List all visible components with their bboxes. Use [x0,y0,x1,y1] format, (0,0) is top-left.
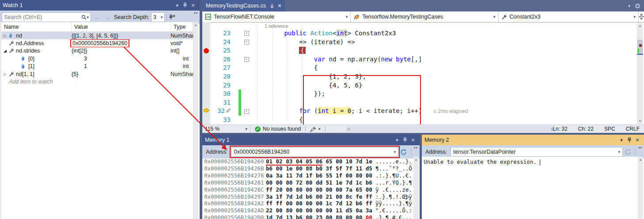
collapse-icon[interactable]: - [244,40,249,45]
memory-row[interactable]: 0x000002556B1942A2ff ff 00 00 00 00 1c 7… [204,200,413,207]
search-input[interactable]: Search (Ctrl+E) ▾ [2,12,91,22]
window-menu-icon[interactable]: ▾ [393,136,401,143]
memory-row[interactable]: 0x000002556B1942AD22 00 80 00 00 00 00 1… [204,207,413,214]
expander-collapsed-icon[interactable]: ▷ [2,34,8,38]
code-line[interactable]: 23- public Action<int> Constant2x3 [202,29,644,38]
code-line[interactable]: 30 }); [202,90,644,98]
memory2-message-area[interactable]: Unable to evaluate the expression. [422,157,638,219]
close-icon[interactable]: ✕ [633,136,641,143]
memory-row[interactable]: 0x000002556B1942B81d 7d 13 b6 00 23 00 8… [204,214,413,219]
fold-margin[interactable]: - [243,55,250,64]
status-spaces[interactable]: SPC [604,126,615,132]
code-line[interactable]: 33 { [202,116,644,125]
split-editor-button[interactable] [639,11,644,22]
watch-title-bar[interactable]: Watch 1 ▾ ✕ [0,0,200,11]
issues-indicator[interactable]: ✓ No issues found [250,126,305,132]
editor-vscrollbar[interactable]: ▲ ▼ [637,23,643,124]
memory-row[interactable]: 0x000002556B1942973a 1f 7d 1d b6 00 21 0… [204,193,413,200]
code-cleanup-button[interactable]: ▾ [306,126,325,132]
breakpoint-margin[interactable] [202,90,210,98]
breakpoint-margin[interactable] [202,72,210,81]
code-line[interactable]: 25 { [202,46,644,55]
memory-row[interactable]: 0x000002556B1942760a 3a 11 7d 1f b6 55 1… [204,172,413,179]
collapse-icon[interactable]: - [244,109,249,114]
close-icon[interactable]: ✕ [409,136,417,143]
window-menu-icon[interactable]: ▾ [173,2,181,9]
memory1-hex-view[interactable]: 0x000002556B19426001 02 03 04 05 06 65 0… [202,157,413,219]
memory2-address-input[interactable]: tensor.TensorDataPointer ▾ [451,147,623,157]
expander-collapsed-icon[interactable]: ▷ [2,72,8,76]
collapse-icon[interactable]: - [244,57,249,62]
memory-row[interactable]: 0x000002556B19426001 02 03 04 05 06 65 0… [204,158,413,165]
breakpoint-margin[interactable] [202,55,210,64]
perf-tip[interactable]: ≤ 2ms elapsed [433,108,468,114]
breakpoint-margin[interactable] [202,29,210,38]
memory2-scrollbar[interactable]: ▲ [638,157,643,219]
chevron-down-icon[interactable]: ▾ [618,150,620,154]
fold-margin[interactable] [243,72,250,81]
fold-margin[interactable] [243,64,250,72]
pin-filter-icon[interactable] [169,14,175,20]
status-eol[interactable]: CRLF [626,126,640,132]
pin-icon[interactable] [181,2,189,9]
watch-row[interactable]: [0]3int [1,55,193,62]
close-icon[interactable]: ✕ [189,2,197,9]
fold-margin[interactable] [243,81,250,90]
watch-row[interactable]: nd.Address0x000002556b194260void* [1,39,193,47]
fold-margin[interactable] [243,98,250,107]
memory-row[interactable]: 0x000002556B19426Bb6 00 1e 00 88 b0 3f 5… [204,165,413,172]
watch-row[interactable]: [1]1int [1,63,193,70]
watch-scrollbar[interactable]: ▲ [193,22,198,219]
column-header-name[interactable]: Name [1,22,72,31]
fold-margin[interactable] [243,46,250,55]
back-arrow-icon[interactable]: ← [93,14,102,21]
fold-margin[interactable] [243,90,250,98]
search-caret-icon[interactable]: ▾ [87,15,89,19]
code-line[interactable]: 32- for (int i = 0; i < iterate; i++)≤ 2… [202,107,644,116]
tab-memorytestingcases[interactable]: MemoryTestingCases.cs ✕ [202,0,285,11]
breakpoint-margin[interactable] [202,81,210,90]
breakpoint-icon[interactable] [204,48,209,53]
code-line[interactable]: 26- var nd = np.array(new byte[,] [202,55,644,64]
watch-row[interactable]: ◢nd.strides{int[2]}int[] [1,47,193,55]
memory-row[interactable]: 0x000002556B19428Cff 20 00 80 00 00 00 0… [204,186,413,193]
zoom-dropdown[interactable]: 115 % ▾ [202,125,250,133]
chevron-down-icon[interactable]: ▾ [394,150,396,154]
tab-pin-icon[interactable] [269,4,274,8]
codelens-references[interactable]: 1 reference [265,23,288,29]
collapse-icon[interactable]: - [244,31,249,36]
code-area[interactable]: 1 reference23- public Action<int> Consta… [202,22,644,125]
breakpoint-margin[interactable] [202,98,210,107]
fold-margin[interactable]: - [243,29,250,38]
watch-add-row[interactable]: Add item to watch [1,78,193,85]
editor-hscrollbar[interactable]: ◀▶ [346,126,555,132]
forward-arrow-icon[interactable]: → [103,14,112,21]
refresh-icon[interactable] [400,149,409,155]
fold-margin[interactable]: - [243,107,250,116]
fold-margin[interactable] [243,116,250,125]
fold-margin[interactable]: - [243,38,250,47]
gear-icon[interactable] [635,3,640,9]
memory2-title-bar[interactable]: Memory 2 ▾ ✕ [422,135,644,145]
toolbar-overflow-icon[interactable]: •• [414,146,418,150]
breakpoint-margin[interactable] [202,116,210,125]
search-icon[interactable] [81,15,87,20]
breakpoint-margin[interactable] [202,107,210,116]
class-dropdown[interactable]: Tensorflow.MemoryTestingCases ▾ [351,11,498,22]
code-line[interactable]: 29 {4, 5, 6} [202,81,644,90]
member-dropdown[interactable]: Constant2x3 ▾ [499,11,639,22]
watch-row[interactable]: ▷nd{[[1, 2, 3], [4, 5, 6]]}NumShar... [1,32,193,39]
memory-row[interactable]: 0x000002556B19428100 00 00 72 00 dd 51 1… [204,179,413,186]
toolbar-overflow-icon[interactable]: •• [638,146,642,150]
column-header-value[interactable]: Value [72,22,171,31]
memory1-scrollbar[interactable]: ▲ [413,157,419,219]
code-line[interactable]: 28 {1, 2, 3}, [202,72,644,81]
window-menu-icon[interactable]: ▾ [617,136,625,143]
pin-icon[interactable] [625,136,633,143]
watch-row[interactable]: ▷nd[1, 1]{5}NumShar... [1,70,193,78]
memory1-title-bar[interactable]: Memory 1 ▾ ✕ [202,135,420,145]
code-line[interactable]: 24- => (iterate) => [202,38,644,47]
toolbar-overflow-icon[interactable]: •• [194,11,198,15]
expander-expanded-icon[interactable]: ◢ [2,49,8,53]
search-depth-dropdown[interactable]: 3 ▾ [151,12,165,22]
